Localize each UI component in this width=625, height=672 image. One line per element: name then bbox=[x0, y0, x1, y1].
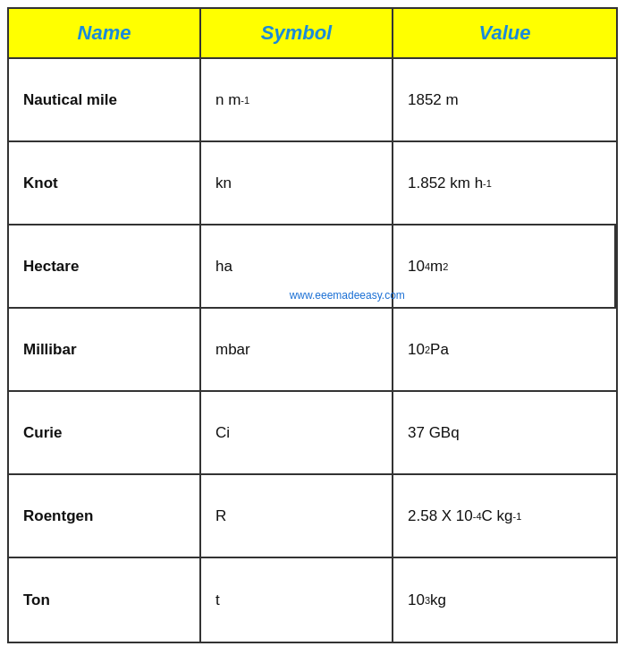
value-cell: 104 m2 bbox=[393, 225, 616, 307]
table-row: Knot kn 1.852 km h-1 bbox=[9, 142, 616, 225]
name-cell: Millibar bbox=[9, 309, 201, 390]
value-cell: 1.852 km h-1 bbox=[393, 142, 616, 224]
value-cell: 102 Pa bbox=[393, 309, 616, 390]
value-cell: 103 kg bbox=[393, 558, 616, 642]
symbol-cell: Ci bbox=[201, 392, 393, 473]
unit-table: Name Symbol Value Nautical mile n m-1 18… bbox=[7, 7, 618, 643]
header-value: Value bbox=[393, 9, 616, 57]
table-row: Millibar mbar 102 Pa bbox=[9, 309, 616, 392]
table-header: Name Symbol Value bbox=[9, 9, 616, 59]
name-cell: Knot bbox=[9, 142, 201, 224]
name-cell: Curie bbox=[9, 392, 201, 473]
table-row: Hectare ha 104 m2 www.eeemadeeasy.com bbox=[9, 225, 616, 309]
header-symbol: Symbol bbox=[201, 9, 393, 57]
value-cell: 37 GBq bbox=[393, 392, 616, 473]
name-cell: Nautical mile bbox=[9, 59, 201, 140]
name-cell: Hectare bbox=[9, 225, 201, 307]
name-cell: Ton bbox=[9, 558, 201, 642]
table-row: Curie Ci 37 GBq bbox=[9, 392, 616, 475]
symbol-cell: mbar bbox=[201, 309, 393, 390]
symbol-cell: kn bbox=[201, 142, 393, 224]
table-row: Ton t 103 kg bbox=[9, 558, 616, 642]
symbol-cell: t bbox=[201, 558, 393, 642]
value-cell: 1852 m bbox=[393, 59, 616, 140]
header-name: Name bbox=[9, 9, 201, 57]
table-row: Roentgen R 2.58 X 10-4 C kg-1 bbox=[9, 475, 616, 558]
symbol-cell: ha bbox=[201, 225, 393, 307]
value-cell: 2.58 X 10-4 C kg-1 bbox=[393, 475, 616, 557]
name-cell: Roentgen bbox=[9, 475, 201, 557]
symbol-cell: n m-1 bbox=[201, 59, 393, 140]
symbol-cell: R bbox=[201, 475, 393, 557]
table-row: Nautical mile n m-1 1852 m bbox=[9, 59, 616, 142]
